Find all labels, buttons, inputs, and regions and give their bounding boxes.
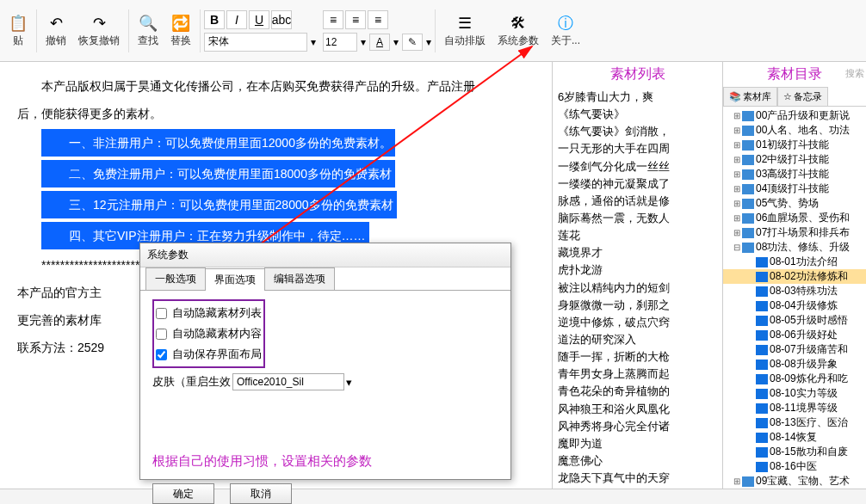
italic-button[interactable]: I [226, 10, 247, 29]
snippet-item[interactable]: 风神秀将身心完全付诸 [558, 418, 717, 435]
tree-item[interactable]: ⊞06血腥场景、受伤和 [723, 211, 866, 225]
align-right-button[interactable]: ≡ [368, 10, 388, 29]
highlight-button[interactable]: ✎ [402, 34, 423, 51]
undo-button[interactable]: ↶撤销 [40, 9, 71, 52]
expand-icon[interactable]: ⊞ [732, 213, 742, 223]
tree-item[interactable]: 08-16中医 [723, 459, 866, 474]
about-button[interactable]: ⓘ关于... [546, 9, 585, 52]
snippet-item[interactable]: 龙隐天下真气中的天穿 [558, 470, 717, 487]
dlg-tab-general[interactable]: 一般选项 [145, 267, 206, 290]
snippet-item[interactable]: 《练气要诀》 [558, 106, 717, 123]
dlg-tab-ui[interactable]: 界面选项 [205, 268, 265, 291]
snippet-item[interactable]: 青年男女身上蒸腾而起 [558, 366, 717, 383]
expand-icon[interactable]: ⊞ [732, 111, 742, 120]
snippet-item[interactable]: 逆境中修炼，破点穴窍 [558, 314, 717, 331]
tree-item[interactable]: ⊞07打斗场景和排兵布 [723, 225, 866, 240]
tree-item[interactable]: 08-15散功和自废 [723, 445, 866, 459]
snippet-item[interactable]: 《练气要诀》剑消散， [558, 123, 717, 140]
tree-item[interactable]: ⊟08功法、修练、升级 [723, 240, 866, 255]
dlg-tab-editor[interactable]: 编辑器选项 [264, 267, 335, 290]
bold-button[interactable]: B [204, 10, 225, 29]
snippet-item[interactable]: 随手一挥，折断的大枪 [558, 348, 717, 366]
tree-item[interactable]: 08-14恢复 [723, 430, 866, 445]
skin-select[interactable] [232, 373, 344, 390]
chk-save-layout[interactable] [156, 349, 167, 360]
snippet-item[interactable]: 被注以精纯内力的短剑 [558, 280, 717, 297]
folder-icon [742, 111, 754, 121]
tree-item[interactable]: ⊞04顶级打斗技能 [723, 181, 866, 196]
cancel-button[interactable]: 取消 [230, 483, 292, 504]
hl-dropdown-icon[interactable]: ▾ [426, 36, 431, 48]
tree-item[interactable]: 08-09炼化丹和吃 [723, 372, 866, 386]
folder-tree[interactable]: ⊞00产品升级和更新说⊞00人名、地名、功法⊞01初级打斗技能⊞02中级打斗技能… [723, 107, 866, 504]
color-dropdown-icon[interactable]: ▾ [393, 36, 399, 48]
tree-item[interactable]: 08-04升级修炼 [723, 298, 866, 313]
chk-hide-content[interactable] [156, 329, 167, 340]
expand-icon[interactable]: ⊞ [732, 126, 742, 135]
tree-item[interactable]: 08-01功法介绍 [723, 255, 866, 269]
expand-icon[interactable]: ⊞ [732, 155, 742, 164]
size-select[interactable] [323, 33, 357, 52]
redo-button[interactable]: ↷恢复撤销 [73, 9, 125, 52]
skin-dropdown-icon[interactable]: ▾ [346, 376, 352, 389]
font-select[interactable] [204, 33, 307, 52]
tree-item[interactable]: 08-02功法修炼和 [723, 269, 866, 284]
auto-layout-button[interactable]: ☰自动排版 [439, 9, 491, 52]
paste-button[interactable]: 📋贴 [3, 9, 33, 52]
snippet-item[interactable]: 魔意佛心 [558, 452, 717, 470]
tree-item[interactable]: 08-13医疗、医治 [723, 415, 866, 430]
expand-icon[interactable]: ⊞ [732, 140, 742, 150]
expand-icon[interactable]: ⊞ [732, 228, 742, 237]
snippet-item[interactable]: 脉感，通俗的话就是修 [558, 193, 717, 210]
tree-item[interactable]: ⊞09宝藏、宝物、艺术 [723, 474, 866, 489]
snippet-item[interactable]: 道法的研究深入 [558, 331, 717, 348]
tree-item[interactable]: ⊞02中级打斗技能 [723, 152, 866, 167]
sys-params-button[interactable]: 🛠系统参数 [492, 9, 544, 52]
snippet-item[interactable]: 风神狼王和浴火凤凰化 [558, 401, 717, 418]
align-left-button[interactable]: ≡ [323, 10, 343, 29]
expand-icon[interactable]: ⊞ [732, 184, 742, 194]
tree-item[interactable]: ⊞03高级打斗技能 [723, 167, 866, 181]
find-button[interactable]: 🔍查找 [133, 9, 164, 52]
size-dropdown-icon[interactable]: ▾ [361, 36, 366, 48]
expand-icon[interactable]: ⊞ [732, 476, 742, 486]
snippet-item[interactable]: 6岁膝青山大力，爽 [558, 89, 717, 106]
snippet-item[interactable]: 一只无形的大手在四周 [558, 140, 717, 157]
snippet-list[interactable]: 6岁膝青山大力，爽《练气要诀》《练气要诀》剑消散，一只无形的大手在四周一缕剑气分… [553, 87, 722, 504]
ok-button[interactable]: 确定 [152, 483, 214, 504]
chk-hide-list[interactable] [156, 308, 167, 319]
tree-item[interactable]: 08-11境界等级 [723, 401, 866, 415]
tree-label: 05气势、势场 [756, 196, 819, 211]
tree-item[interactable]: 08-06升级好处 [723, 328, 866, 342]
snippet-item[interactable]: 青色花朵的奇异植物的 [558, 383, 717, 400]
expand-icon[interactable]: ⊟ [732, 243, 742, 252]
underline-button[interactable]: U [249, 10, 269, 29]
snippet-item[interactable]: 身躯微微一动，刹那之 [558, 297, 717, 314]
snippet-item[interactable]: 一缕剑气分化成一丝丝 [558, 158, 717, 175]
align-center-button[interactable]: ≡ [345, 10, 366, 29]
tree-item[interactable]: 08-05升级时感悟 [723, 313, 866, 328]
expand-icon[interactable]: ⊞ [732, 169, 742, 179]
snippet-item[interactable]: 脑际蓦然一震，无数人 [558, 210, 717, 227]
expand-icon[interactable]: ⊞ [732, 199, 742, 208]
tree-item[interactable]: ⊞01初级打斗技能 [723, 138, 866, 152]
font-dropdown-icon[interactable]: ▾ [311, 36, 316, 48]
tree-item[interactable]: ⊞05气势、势场 [723, 196, 866, 211]
tree-item[interactable]: ⊞00产品升级和更新说 [723, 108, 866, 123]
tab-memo[interactable]: ☆备忘录 [777, 87, 828, 106]
tree-item[interactable]: 08-10实力等级 [723, 386, 866, 401]
snippet-item[interactable]: 莲花 [558, 227, 717, 244]
tab-library[interactable]: 📚素材库 [723, 87, 777, 106]
snippet-item[interactable]: 藏境界才 [558, 244, 717, 261]
tree-item[interactable]: 08-03特殊功法 [723, 284, 866, 298]
snippet-item[interactable]: 一缕缕的神元凝聚成了 [558, 175, 717, 193]
tree-item[interactable]: 08-07升级痛苦和 [723, 342, 866, 357]
replace-button[interactable]: 🔁替换 [165, 9, 196, 52]
snippet-item[interactable]: 虎扑龙游 [558, 261, 717, 279]
tree-item[interactable]: 08-08升级异象 [723, 357, 866, 372]
search-hint[interactable]: 搜索 [845, 67, 864, 80]
font-color-button[interactable]: A [369, 34, 390, 51]
strike-button[interactable]: abc [271, 10, 292, 29]
snippet-item[interactable]: 魔即为道 [558, 435, 717, 452]
tree-item[interactable]: ⊞00人名、地名、功法 [723, 123, 866, 138]
